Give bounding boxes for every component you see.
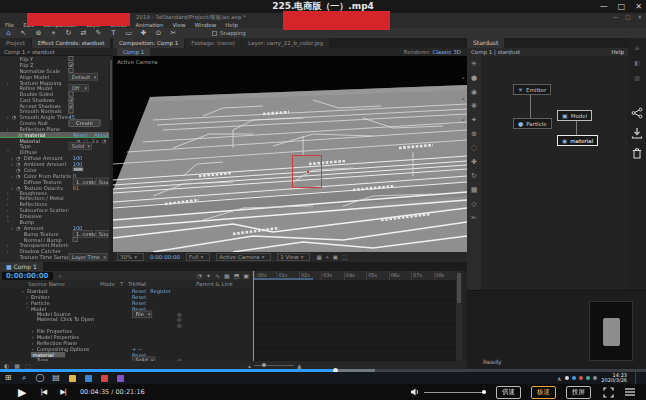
show-desktop-button[interactable] bbox=[635, 372, 638, 384]
tool-icon[interactable]: ⊙ bbox=[154, 29, 163, 37]
panel-tab[interactable]: Project bbox=[0, 38, 31, 48]
node-model[interactable]: ▣ Model bbox=[557, 110, 592, 121]
window-control-button[interactable]: □ bbox=[618, 2, 626, 11]
taskbar-icon[interactable]: ⊞ bbox=[0, 373, 16, 383]
property-value[interactable] bbox=[73, 167, 84, 172]
timeline-toggle-icon[interactable]: ⬚ bbox=[25, 362, 31, 369]
current-timecode[interactable]: 0:00:00:00 bbox=[2, 272, 53, 280]
fullscreen-icon[interactable] bbox=[603, 387, 614, 398]
tool-icon[interactable]: ⇄ bbox=[79, 29, 88, 37]
help-link[interactable]: Help bbox=[611, 49, 624, 55]
dock-icon[interactable]: ▥ bbox=[634, 74, 640, 81]
ae-window-control-button[interactable]: □ bbox=[625, 14, 630, 20]
taskbar-app-icon[interactable] bbox=[69, 375, 76, 382]
composition-viewport[interactable]: Active Camera bbox=[113, 56, 467, 252]
view-layout-select[interactable]: 1 View bbox=[277, 253, 310, 261]
taskbar-app-icon[interactable] bbox=[85, 375, 92, 382]
tool-icon[interactable]: ✂ bbox=[169, 29, 178, 37]
effect-property-row[interactable]: Texture Time Sampling Layer Time bbox=[0, 254, 113, 260]
taskbar-icon[interactable]: ⌕ bbox=[16, 373, 32, 383]
layer-selection-box[interactable] bbox=[292, 155, 322, 188]
column-header[interactable]: T bbox=[120, 280, 123, 288]
stardust-breadcrumb[interactable]: Comp 1 | stardust bbox=[471, 49, 520, 55]
renderer-value[interactable]: Classic 3D bbox=[432, 49, 461, 55]
ae-window-control-button[interactable]: — bbox=[613, 14, 619, 20]
taskbar-icon[interactable]: ▤ bbox=[48, 373, 64, 383]
node-tool-icon[interactable]: ◇ bbox=[471, 200, 476, 208]
node-emitter[interactable]: ✳ Emitter bbox=[513, 84, 551, 95]
column-header[interactable]: TrkMat bbox=[128, 280, 146, 288]
node-tool-icon[interactable]: ✳ bbox=[471, 60, 477, 68]
node-tool-icon[interactable]: ✂ bbox=[471, 214, 477, 222]
player-option-button[interactable]: 倍速 bbox=[496, 386, 521, 399]
node-tool-icon[interactable]: ✦ bbox=[471, 116, 477, 124]
next-button[interactable]: ▶| bbox=[60, 388, 66, 396]
dock-icon[interactable]: ≡ bbox=[634, 44, 639, 51]
property-value[interactable]: Layer Time bbox=[68, 253, 107, 261]
comp-bottom-icon[interactable]: ⌖ bbox=[326, 254, 329, 261]
stardust-tab[interactable]: Stardust bbox=[467, 38, 504, 48]
menu-item[interactable]: Window bbox=[195, 22, 217, 28]
tool-icon[interactable]: ↖ bbox=[19, 29, 28, 37]
playhead[interactable] bbox=[253, 271, 254, 361]
property-value[interactable] bbox=[73, 237, 78, 242]
renderer-info[interactable]: Renderer: Classic 3D bbox=[404, 49, 461, 55]
property-value[interactable] bbox=[68, 103, 73, 108]
property-value[interactable] bbox=[68, 56, 73, 61]
timeline-scrollbar[interactable] bbox=[456, 271, 462, 361]
timeline-toggle-icon[interactable]: ◐ bbox=[4, 362, 9, 369]
camera-select[interactable]: Active Camera bbox=[216, 253, 271, 261]
tool-icon[interactable]: ✚ bbox=[139, 29, 148, 37]
property-value[interactable] bbox=[68, 62, 73, 67]
timeline-toggle-icon[interactable]: ▦ bbox=[14, 362, 20, 369]
timeline-option-icon[interactable]: ⬒ bbox=[234, 272, 240, 279]
column-header[interactable]: Source Name bbox=[28, 280, 65, 288]
panel-tab[interactable]: Layer: carry_22_b_color.jpg bbox=[242, 38, 329, 48]
node-tool-icon[interactable]: ❋ bbox=[471, 102, 477, 110]
taskbar-app-icon[interactable] bbox=[101, 375, 108, 382]
volume-control[interactable] bbox=[410, 387, 486, 397]
tray-icon[interactable] bbox=[579, 376, 583, 380]
clock[interactable]: 14:23 2020/3/26 bbox=[601, 373, 627, 384]
ae-window-control-button[interactable]: ✕ bbox=[637, 14, 642, 20]
playlist-icon[interactable] bbox=[624, 387, 636, 397]
keyframe-lane[interactable] bbox=[253, 280, 456, 361]
menu-item[interactable]: File bbox=[5, 22, 14, 28]
panel-tab[interactable]: Composition: Comp 1 bbox=[113, 38, 184, 48]
tray-icon[interactable] bbox=[572, 376, 576, 380]
comp-breadcrumb[interactable]: Comp 1 bbox=[117, 48, 150, 56]
dock-icon[interactable]: ◧ bbox=[634, 59, 640, 66]
panel-tab[interactable]: Footage: (none) bbox=[185, 38, 241, 48]
node-particle[interactable]: ● Particle bbox=[513, 118, 552, 129]
timeline-option-icon[interactable]: ∿ bbox=[215, 272, 220, 279]
tool-icon[interactable]: T bbox=[109, 29, 118, 37]
volume-slider[interactable] bbox=[424, 392, 486, 393]
menu-item[interactable]: Help bbox=[225, 22, 238, 28]
node-tool-icon[interactable]: ◉ bbox=[471, 88, 477, 96]
trash-icon[interactable] bbox=[631, 147, 643, 159]
tool-icon[interactable]: ⌂ bbox=[4, 29, 13, 37]
tool-icon[interactable]: ↻ bbox=[64, 29, 73, 37]
node-tool-icon[interactable]: ⊕ bbox=[471, 130, 477, 138]
tool-icon[interactable]: ⌖ bbox=[49, 29, 58, 37]
property-value[interactable] bbox=[68, 97, 73, 102]
tray-icon[interactable] bbox=[586, 376, 590, 380]
comp-bottom-icon[interactable]: ▣ bbox=[333, 254, 338, 261]
timeline-tab[interactable]: ■ Comp 1 bbox=[0, 262, 43, 271]
magnification-select[interactable]: 30% bbox=[117, 253, 144, 261]
window-control-button[interactable]: — bbox=[600, 2, 608, 11]
node-tool-icon[interactable]: ▦ bbox=[471, 186, 478, 194]
menu-item[interactable]: Animation bbox=[135, 22, 163, 28]
comp-bottom-icon[interactable]: ⬚ bbox=[342, 254, 347, 261]
tool-icon[interactable]: ▭ bbox=[124, 29, 133, 37]
comp-timecode[interactable]: 0:00:00:00 bbox=[150, 254, 180, 260]
search-icon[interactable]: ⌕ bbox=[59, 272, 62, 280]
timeline-option-icon[interactable]: ▣ bbox=[243, 272, 249, 279]
tray-icon[interactable] bbox=[593, 376, 597, 380]
window-control-button[interactable]: ✕ bbox=[635, 2, 642, 11]
player-option-button[interactable]: 投屏 bbox=[566, 386, 591, 399]
node-material[interactable]: ◉ material bbox=[557, 135, 598, 146]
tool-icon[interactable]: ⊛ bbox=[34, 29, 43, 37]
timeline-zoom-slider[interactable]: ▴▲ bbox=[248, 362, 302, 369]
timeline-option-icon[interactable]: ▦ bbox=[224, 272, 230, 279]
